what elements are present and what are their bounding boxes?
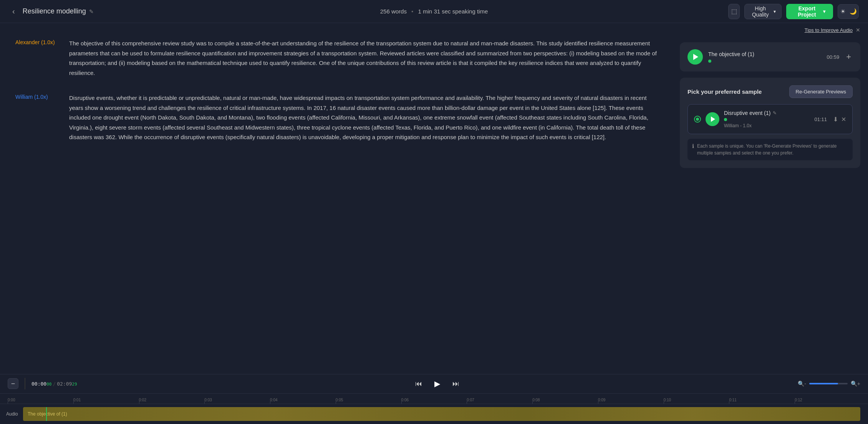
transport-bar: − 00:0000 / 02:0929 ⏮ ▶ ⏭ 🔍- 🔍+ bbox=[0, 374, 868, 394]
export-label: Export Project bbox=[794, 5, 820, 18]
quality-button[interactable]: High Quality ▾ bbox=[744, 4, 782, 19]
main-content: Tips to Improve Audio ✕ Alexander (1.0x)… bbox=[0, 23, 868, 374]
sample-duration: 01:11 bbox=[814, 116, 827, 122]
edit-title-icon[interactable]: ✎ bbox=[89, 8, 94, 15]
export-button[interactable]: Export Project ▾ bbox=[786, 4, 833, 19]
ruler-mark-9: 0:09 bbox=[598, 398, 664, 404]
paragraph-text-2[interactable]: Disruptive events, whether it is predict… bbox=[69, 93, 661, 142]
playhead bbox=[46, 407, 47, 421]
sun-icon: ☀ bbox=[840, 8, 845, 15]
speaker-label-william[interactable]: William (1.0x) bbox=[15, 93, 61, 142]
theme-toggle: ☀ 🌙 bbox=[838, 4, 859, 19]
track-label: Audio bbox=[0, 411, 23, 417]
tips-bar: Tips to Improve Audio ✕ bbox=[805, 27, 860, 33]
timeline-ruler: 0:00 0:01 0:02 0:03 0:04 0:05 0:06 0:07 … bbox=[0, 394, 868, 404]
sample-edit-icon[interactable]: ✎ bbox=[773, 110, 777, 116]
add-clip-button[interactable]: + bbox=[845, 50, 853, 63]
clip-title: The objective of (1) bbox=[708, 51, 822, 57]
track-waveform bbox=[23, 407, 860, 421]
track-content[interactable]: The objective of (1) bbox=[23, 407, 860, 421]
sample-download-button[interactable]: ⬇ bbox=[833, 116, 838, 123]
header-center: 256 words • 1 min 31 sec speaking time bbox=[140, 8, 728, 15]
word-count-value: 256 words bbox=[380, 8, 407, 15]
dark-theme-button[interactable]: 🌙 bbox=[848, 5, 858, 18]
zoom-out-icon[interactable]: 🔍- bbox=[798, 381, 806, 387]
time-total-extra: 29 bbox=[72, 382, 77, 387]
zoom-fill bbox=[809, 383, 838, 384]
regen-button[interactable]: Re-Generate Previews bbox=[789, 85, 853, 98]
play-icon bbox=[693, 54, 698, 60]
tips-link[interactable]: Tips to Improve Audio bbox=[805, 27, 853, 33]
ruler-mark-8: 0:08 bbox=[532, 398, 598, 404]
clip-status-dot bbox=[708, 60, 711, 63]
editor-area: Alexander (1.0x) The objective of this c… bbox=[0, 23, 676, 374]
audio-track-area: Audio The objective of (1) bbox=[0, 404, 868, 424]
ruler-mark-6: 0:06 bbox=[401, 398, 467, 404]
sample-status-dot bbox=[724, 118, 727, 121]
project-title-text: Resilience modelling bbox=[23, 7, 86, 15]
sample-actions: 01:11 ⬇ ✕ bbox=[814, 116, 846, 123]
time-separator: / bbox=[53, 381, 56, 387]
quality-label: High Quality bbox=[750, 5, 770, 18]
ruler-mark-10: 0:10 bbox=[664, 398, 729, 404]
ruler-mark-7: 0:07 bbox=[467, 398, 532, 404]
ruler-mark-4: 0:04 bbox=[270, 398, 336, 404]
close-tips-icon[interactable]: ✕ bbox=[856, 27, 860, 33]
sample-picker-header: Pick your preferred sample Re-Generate P… bbox=[687, 85, 853, 98]
sample-note-text: Each sample is unique. You can 'Re-Gener… bbox=[697, 143, 848, 156]
radio-inner bbox=[696, 118, 699, 121]
time-ms: 00 bbox=[46, 382, 51, 387]
time-current: 00:0000 bbox=[31, 381, 51, 387]
sample-item-info: Disruptive event (1) ✎ William - 1.0x bbox=[724, 110, 810, 128]
header-right: ⬚ High Quality ▾ Export Project ▾ ☀ 🌙 bbox=[728, 4, 859, 19]
clip-play-button[interactable] bbox=[687, 49, 703, 65]
back-button[interactable]: ‹ bbox=[9, 5, 18, 17]
dot-separator: • bbox=[411, 8, 413, 15]
right-panel: The objective of (1) 00:59 + Pick your p… bbox=[676, 23, 868, 374]
header-left: ‹ Resilience modelling ✎ bbox=[9, 5, 140, 17]
header: ‹ Resilience modelling ✎ 256 words • 1 m… bbox=[0, 0, 868, 23]
speaking-time: 1 min 31 sec speaking time bbox=[418, 8, 488, 15]
zoom-in-icon[interactable]: 🔍+ bbox=[851, 381, 860, 387]
sample-item-title: Disruptive event (1) ✎ bbox=[724, 110, 810, 116]
sample-picker-card: Pick your preferred sample Re-Generate P… bbox=[680, 78, 860, 168]
transport-controls: ⏮ ▶ ⏭ bbox=[83, 377, 792, 391]
ruler-mark-2: 0:02 bbox=[139, 398, 205, 404]
minus-button[interactable]: − bbox=[8, 378, 18, 389]
ruler-mark-11: 0:11 bbox=[729, 398, 795, 404]
quality-chevron-icon: ▾ bbox=[774, 9, 776, 14]
clip-duration: 00:59 bbox=[827, 54, 840, 60]
project-title: Resilience modelling ✎ bbox=[23, 7, 94, 15]
skip-back-button[interactable]: ⏮ bbox=[413, 377, 424, 390]
light-theme-button[interactable]: ☀ bbox=[838, 5, 848, 18]
word-count: 256 words • 1 min 31 sec speaking time bbox=[380, 8, 488, 15]
time-display: 00:0000 / 02:0929 bbox=[31, 381, 77, 387]
track-clip-label: The objective of (1) bbox=[28, 411, 67, 417]
sample-picker-title: Pick your preferred sample bbox=[687, 88, 762, 95]
divider bbox=[25, 378, 25, 389]
time-total: 02:0929 bbox=[57, 381, 77, 387]
play-pause-button[interactable]: ▶ bbox=[432, 377, 442, 391]
zoom-controls: 🔍- 🔍+ bbox=[798, 381, 860, 387]
ruler-mark-3: 0:03 bbox=[204, 398, 270, 404]
skip-forward-button[interactable]: ⏭ bbox=[450, 377, 462, 390]
ruler-marks: 0:00 0:01 0:02 0:03 0:04 0:05 0:06 0:07 … bbox=[8, 398, 860, 404]
sample-note: ℹ Each sample is unique. You can 'Re-Gen… bbox=[687, 139, 853, 160]
ruler-mark-5: 0:05 bbox=[336, 398, 401, 404]
sample-play-button[interactable] bbox=[706, 112, 719, 126]
paragraph-block-2: William (1.0x) Disruptive events, whethe… bbox=[15, 93, 661, 142]
paragraph-block-1: Alexander (1.0x) The objective of this c… bbox=[15, 38, 661, 78]
sample-play-icon bbox=[711, 116, 715, 122]
paragraph-text-1[interactable]: The objective of this comprehensive revi… bbox=[69, 38, 661, 78]
ruler-mark-12: 0:12 bbox=[795, 398, 860, 404]
sample-close-button[interactable]: ✕ bbox=[841, 116, 846, 123]
preview-icon-button[interactable]: ⬚ bbox=[728, 4, 740, 19]
zoom-slider[interactable] bbox=[809, 383, 848, 384]
clip-info: The objective of (1) bbox=[708, 51, 822, 63]
audio-clip-card: The objective of (1) 00:59 + bbox=[680, 42, 860, 71]
ruler-mark-0: 0:00 bbox=[8, 398, 73, 404]
sample-voice: William - 1.0x bbox=[724, 123, 810, 128]
speaker-label-alexander[interactable]: Alexander (1.0x) bbox=[15, 38, 61, 78]
export-chevron-icon: ▾ bbox=[823, 9, 825, 14]
sample-radio[interactable] bbox=[694, 116, 701, 123]
